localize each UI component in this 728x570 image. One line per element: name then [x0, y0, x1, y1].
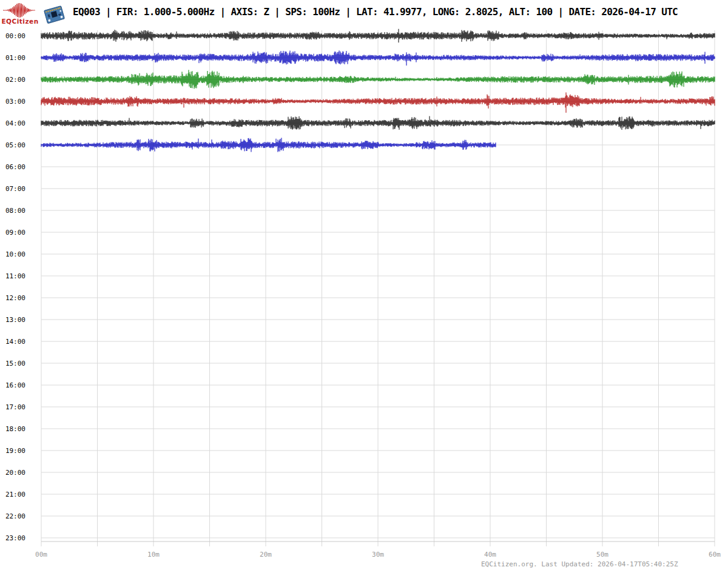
- hour-label: 15:00: [5, 360, 25, 367]
- hour-label: 07:00: [5, 185, 25, 193]
- hour-label: 05:00: [5, 141, 25, 149]
- hour-label: 08:00: [5, 207, 25, 215]
- minute-label: 30m: [372, 551, 384, 558]
- hour-label: 11:00: [5, 272, 25, 280]
- minute-label: 10m: [147, 551, 160, 558]
- hour-label: 22:00: [5, 512, 25, 520]
- hour-label: 04:00: [5, 119, 25, 127]
- minute-label: 40m: [484, 551, 496, 558]
- trace-0500: [41, 138, 496, 152]
- minute-label: 20m: [260, 551, 272, 558]
- hour-label: 23:00: [5, 534, 25, 542]
- hour-label: 01:00: [5, 54, 25, 62]
- hour-label: 13:00: [5, 316, 25, 324]
- minute-label: 50m: [596, 551, 608, 558]
- hour-label: 21:00: [5, 491, 25, 498]
- hour-label: 17:00: [5, 403, 25, 411]
- plot-grid: [41, 30, 715, 546]
- hour-label: 02:00: [5, 76, 25, 84]
- minute-label: 00m: [35, 551, 47, 558]
- minute-axis-labels: 00m10m20m30m40m50m60m: [35, 551, 721, 558]
- minute-label: 60m: [709, 551, 721, 558]
- hour-label: 16:00: [5, 381, 25, 389]
- hour-label: 20:00: [5, 469, 25, 477]
- last-updated-text: EQCitizen.org. Last Updated: 2026-04-17T…: [481, 560, 678, 568]
- hour-label: 18:00: [5, 425, 25, 433]
- hour-axis-labels: 00:0001:0002:0003:0004:0005:0006:0007:00…: [5, 32, 25, 542]
- helicorder-plot: 00:0001:0002:0003:0004:0005:0006:0007:00…: [0, 0, 728, 570]
- hour-label: 14:00: [5, 338, 25, 346]
- hour-label: 09:00: [5, 229, 25, 236]
- hour-label: 03:00: [5, 98, 25, 106]
- hour-label: 06:00: [5, 163, 25, 171]
- hour-label: 00:00: [5, 32, 25, 40]
- hour-label: 19:00: [5, 447, 25, 455]
- hour-label: 10:00: [5, 250, 25, 258]
- hour-label: 12:00: [5, 294, 25, 302]
